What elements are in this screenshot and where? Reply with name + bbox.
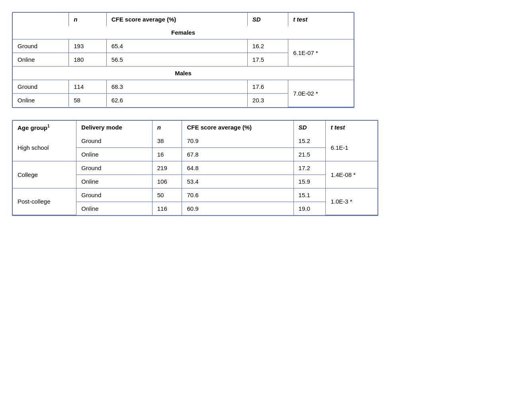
table1: n CFE score average (%) SD t test Female… <box>12 12 354 108</box>
table2-postcollege-online-sd: 19.0 <box>293 202 326 215</box>
table2-postcollege-ground-n: 50 <box>152 188 182 202</box>
table1-females-ground-label: Ground <box>13 39 69 53</box>
table2-college-online-delivery: Online <box>76 175 152 188</box>
table1-males-ground-label: Ground <box>13 80 69 94</box>
table1-males-ground-sd: 17.6 <box>247 80 288 94</box>
table1-col-sd: SD <box>247 13 288 26</box>
table2-col-ttest: t test <box>326 121 377 134</box>
table2-postcollege-ground-cfe: 70.6 <box>182 188 293 202</box>
table2-highschool-online-delivery: Online <box>76 147 152 161</box>
table-row: Ground 114 68.3 17.6 7.0E-02 * <box>13 80 354 94</box>
table1-males-online-sd: 20.3 <box>247 94 288 107</box>
table1-col-cfe: CFE score average (%) <box>106 13 247 26</box>
table2: Age group1 Delivery mode n CFE score ave… <box>12 120 378 216</box>
table2-highschool-online-sd: 21.5 <box>293 147 326 161</box>
table2-postcollege-ground-delivery: Ground <box>76 188 152 202</box>
table2-col-sd: SD <box>293 121 326 134</box>
table1-females-ttest: 6.1E-07 * <box>288 39 354 67</box>
table-row: High school Ground 38 70.9 15.2 6.1E-1 <box>13 134 377 148</box>
table2-college-online-n: 106 <box>152 175 182 188</box>
table2-col-n: n <box>152 121 182 134</box>
table1-females-online-n: 180 <box>69 53 106 67</box>
table2-highschool-ground-cfe: 70.9 <box>182 134 293 148</box>
table1-col-empty <box>13 13 69 26</box>
table1-males-ttest: 7.0E-02 * <box>288 80 354 107</box>
table2-college-ground-n: 219 <box>152 161 182 175</box>
table2-col-delivery: Delivery mode <box>76 121 152 134</box>
table2-college-online-sd: 15.9 <box>293 175 326 188</box>
table1-females-ground-n: 193 <box>69 39 106 53</box>
table1-col-ttest: t test <box>288 13 354 26</box>
table-row: Ground 193 65.4 16.2 6.1E-07 * <box>13 39 354 53</box>
table1-females-label: Females <box>13 26 354 39</box>
table1-males-online-cfe: 62.6 <box>106 94 247 107</box>
table1-females-online-sd: 17.5 <box>247 53 288 67</box>
table1-section-males: Males <box>13 67 354 80</box>
table1-males-ground-n: 114 <box>69 80 106 94</box>
table1-males-ground-cfe: 68.3 <box>106 80 247 94</box>
table2-postcollege-online-delivery: Online <box>76 202 152 215</box>
table2-college-online-cfe: 53.4 <box>182 175 293 188</box>
table1-females-ground-sd: 16.2 <box>247 39 288 53</box>
table2-highschool-ttest: 6.1E-1 <box>326 134 377 161</box>
table1-females-ground-cfe: 65.4 <box>106 39 247 53</box>
table2-postcollege-ttest: 1.0E-3 * <box>326 188 377 215</box>
table1-males-online-label: Online <box>13 94 69 107</box>
table2-highschool-ground-n: 38 <box>152 134 182 148</box>
table2-highschool-ground-delivery: Ground <box>76 134 152 148</box>
table2-highschool-online-cfe: 67.8 <box>182 147 293 161</box>
table2-college-ttest: 1.4E-08 * <box>326 161 377 188</box>
table1-males-online-n: 58 <box>69 94 106 107</box>
table2-col-agegroup: Age group1 <box>13 121 76 134</box>
table2-header-row: Age group1 Delivery mode n CFE score ave… <box>13 121 377 134</box>
table1-col-n: n <box>69 13 106 26</box>
table1-females-online-label: Online <box>13 53 69 67</box>
table2-highschool-label: High school <box>13 134 76 161</box>
table-row: Post-college Ground 50 70.6 15.1 1.0E-3 … <box>13 188 377 202</box>
table1-section-females: Females <box>13 26 354 39</box>
table2-postcollege-ground-sd: 15.1 <box>293 188 326 202</box>
table2-college-ground-sd: 17.2 <box>293 161 326 175</box>
table1-females-online-cfe: 56.5 <box>106 53 247 67</box>
table2-highschool-online-n: 16 <box>152 147 182 161</box>
table2-college-label: College <box>13 161 76 188</box>
table1-header-row: n CFE score average (%) SD t test <box>13 13 354 26</box>
table-row: College Ground 219 64.8 17.2 1.4E-08 * <box>13 161 377 175</box>
table2-college-ground-cfe: 64.8 <box>182 161 293 175</box>
table2-postcollege-label: Post-college <box>13 188 76 215</box>
table2-highschool-ground-sd: 15.2 <box>293 134 326 148</box>
table2-postcollege-online-n: 116 <box>152 202 182 215</box>
table1-males-label: Males <box>13 67 354 80</box>
table2-col-cfe: CFE score average (%) <box>182 121 293 134</box>
table2-postcollege-online-cfe: 60.9 <box>182 202 293 215</box>
table2-college-ground-delivery: Ground <box>76 161 152 175</box>
